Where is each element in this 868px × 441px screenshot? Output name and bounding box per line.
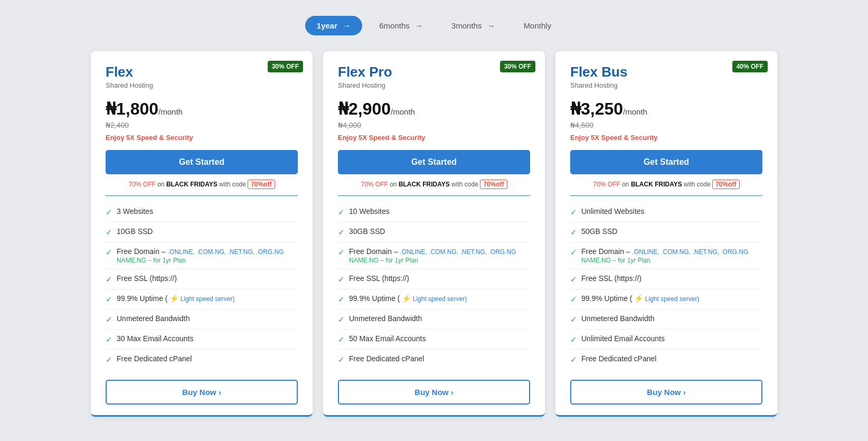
feature-text: Free Domain – .ONLINE, .COM.NG, .NET.NG,… (117, 247, 298, 264)
feature-item: ✓10GB SSD (106, 222, 298, 242)
tab-monthly[interactable]: Monthly (512, 16, 563, 35)
feature-item: ✓3 Websites (106, 202, 298, 222)
feature-item: ✓Unlimited Email Accounts (570, 330, 762, 350)
feature-text: Unmetered Bandwidth (117, 314, 298, 323)
feature-text: Free Domain – .ONLINE, .COM.NG, .NET.NG,… (349, 247, 530, 264)
check-icon: ✓ (106, 208, 112, 217)
feature-item: ✓Unmetered Bandwidth (570, 309, 762, 330)
feature-text: Free Domain – .ONLINE, .COM.NG, .NET.NG,… (581, 247, 762, 264)
get-started-button-flex-bus[interactable]: Get Started (570, 150, 762, 174)
speed-text-flex: Enjoy 5X Speed & Security (106, 134, 298, 142)
plan-badge-flex: 30% OFF (268, 61, 303, 72)
check-icon: ✓ (338, 295, 345, 304)
feature-text: 30GB SSD (349, 227, 530, 236)
feature-item: ✓99.9% Uptime ( ⚡ Light speed server) (338, 289, 530, 309)
feature-text: Unlimited Websites (581, 207, 762, 215)
feature-text: Free Dedicated cPanel (581, 354, 762, 363)
divider-flex-pro (338, 195, 530, 196)
feature-text: 99.9% Uptime ( ⚡ Light speed server) (581, 294, 762, 303)
feature-text: Free SSL (https://) (349, 274, 530, 283)
feature-item: ✓Free SSL (https://) (338, 269, 530, 289)
feature-item: ✓Free Dedicated cPanel (570, 350, 762, 369)
check-icon: ✓ (338, 208, 345, 217)
tab-1year[interactable]: 1year → (305, 16, 362, 35)
feature-item: ✓10 Websites (338, 202, 530, 222)
speed-text-flex-pro: Enjoy 5X Speed & Security (338, 134, 530, 142)
period-tabs: 1year →6months →3months →Monthly (305, 16, 563, 35)
buy-now-button-flex-bus[interactable]: Buy Now › (570, 380, 762, 405)
pricing-cards: 30% OFFFlexShared Hosting₦1,800/month₦2,… (91, 51, 777, 417)
buy-now-button-flex[interactable]: Buy Now › (106, 380, 298, 405)
check-icon: ✓ (338, 275, 345, 284)
feature-text: Free SSL (https://) (581, 274, 762, 283)
feature-item: ✓Unmetered Bandwidth (338, 309, 530, 330)
get-started-button-flex-pro[interactable]: Get Started (338, 150, 530, 174)
feature-text: Free SSL (https://) (117, 274, 298, 283)
price-main-flex: ₦1,800/month (106, 99, 298, 119)
buy-now-button-flex-pro[interactable]: Buy Now › (338, 380, 530, 405)
divider-flex-bus (570, 195, 762, 196)
plan-card-flex: 30% OFFFlexShared Hosting₦1,800/month₦2,… (91, 51, 313, 417)
check-icon: ✓ (106, 228, 112, 237)
tab-3months[interactable]: 3months → (440, 16, 507, 35)
check-icon: ✓ (106, 315, 112, 324)
feature-item: ✓99.9% Uptime ( ⚡ Light speed server) (570, 289, 762, 309)
check-icon: ✓ (338, 315, 345, 324)
plan-subtitle-flex-pro: Shared Hosting (338, 81, 530, 89)
check-icon: ✓ (570, 295, 577, 304)
feature-item: ✓Free Domain – .ONLINE, .COM.NG, .NET.NG… (338, 242, 530, 269)
price-original-flex-pro: ₦4,000 (338, 121, 530, 129)
feature-text: Unmetered Bandwidth (581, 314, 762, 323)
feature-text: Unmetered Bandwidth (349, 314, 530, 323)
promo-text-flex-pro: 70% OFF on BLACK FRIDAYS with code 70%of… (338, 180, 530, 189)
price-main-flex-bus: ₦3,250/month (570, 99, 762, 119)
feature-item: ✓Free Domain – .ONLINE, .COM.NG, .NET.NG… (570, 242, 762, 269)
check-icon: ✓ (570, 275, 577, 284)
feature-text: 99.9% Uptime ( ⚡ Light speed server) (349, 294, 530, 303)
plan-subtitle-flex: Shared Hosting (106, 81, 298, 89)
feature-item: ✓Free Dedicated cPanel (106, 350, 298, 369)
feature-text: Free Dedicated cPanel (349, 354, 530, 363)
check-icon: ✓ (106, 275, 112, 284)
feature-text: 30 Max Email Accounts (117, 334, 298, 343)
check-icon: ✓ (570, 228, 577, 237)
price-section-flex-bus: ₦3,250/month₦4,500Enjoy 5X Speed & Secur… (570, 99, 762, 142)
promo-text-flex-bus: 70% OFF on BLACK FRIDAYS with code 70%of… (570, 180, 762, 189)
divider-flex (106, 195, 298, 196)
feature-item: ✓30 Max Email Accounts (106, 330, 298, 350)
check-icon: ✓ (338, 228, 345, 237)
price-section-flex: ₦1,800/month₦2,400Enjoy 5X Speed & Secur… (106, 99, 298, 142)
get-started-button-flex[interactable]: Get Started (106, 150, 298, 174)
check-icon: ✓ (570, 335, 577, 344)
feature-text: 10GB SSD (117, 227, 298, 236)
tab-6months[interactable]: 6months → (367, 16, 435, 35)
price-main-flex-pro: ₦2,900/month (338, 99, 530, 119)
plan-card-flex-pro: 30% OFFFlex ProShared Hosting₦2,900/mont… (323, 51, 545, 417)
check-icon: ✓ (106, 295, 112, 304)
feature-item: ✓30GB SSD (338, 222, 530, 242)
feature-item: ✓50GB SSD (570, 222, 762, 242)
check-icon: ✓ (570, 248, 577, 257)
check-icon: ✓ (570, 315, 577, 324)
plan-badge-flex-bus: 40% OFF (732, 61, 768, 72)
check-icon: ✓ (338, 335, 345, 344)
check-icon: ✓ (106, 248, 112, 257)
feature-text: 50GB SSD (581, 227, 762, 236)
check-icon: ✓ (570, 208, 577, 217)
check-icon: ✓ (338, 248, 345, 257)
feature-item: ✓Free SSL (https://) (106, 269, 298, 289)
feature-text: 10 Websites (349, 207, 530, 215)
feature-text: 99.9% Uptime ( ⚡ Light speed server) (117, 294, 298, 303)
feature-item: ✓50 Max Email Accounts (338, 330, 530, 350)
check-icon: ✓ (106, 355, 112, 364)
feature-item: ✓99.9% Uptime ( ⚡ Light speed server) (106, 289, 298, 309)
features-list-flex: ✓3 Websites✓10GB SSD✓Free Domain – .ONLI… (106, 202, 298, 369)
plan-subtitle-flex-bus: Shared Hosting (570, 81, 762, 89)
price-original-flex-bus: ₦4,500 (570, 121, 762, 129)
feature-item: ✓Free Dedicated cPanel (338, 350, 530, 369)
feature-item: ✓Unmetered Bandwidth (106, 309, 298, 330)
plan-badge-flex-pro: 30% OFF (500, 61, 535, 72)
promo-text-flex: 70% OFF on BLACK FRIDAYS with code 70%of… (106, 180, 298, 189)
features-list-flex-bus: ✓Unlimited Websites✓50GB SSD✓Free Domain… (570, 202, 762, 369)
price-section-flex-pro: ₦2,900/month₦4,000Enjoy 5X Speed & Secur… (338, 99, 530, 142)
